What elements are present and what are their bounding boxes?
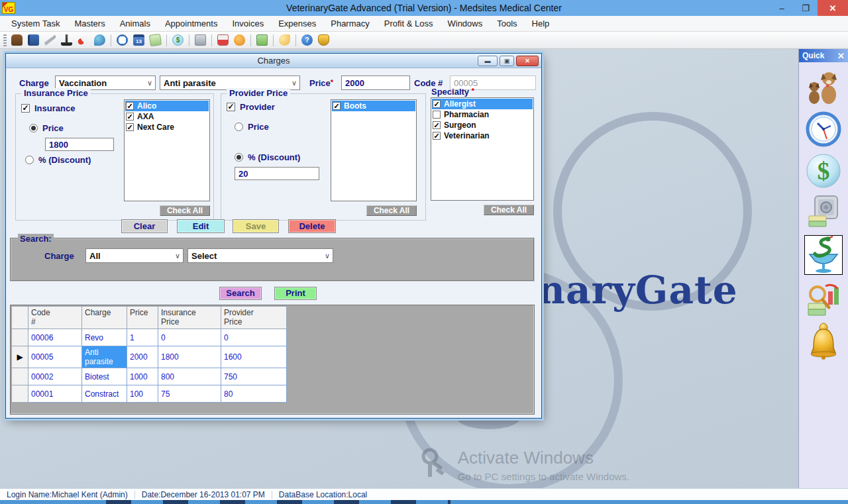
cell-insurance[interactable]: 0 [158,329,221,346]
insurance-price-radio[interactable]: Price [29,123,64,133]
cell-insurance[interactable]: 1800 [158,346,221,368]
provider-discount-radio[interactable]: % (Discount) [235,152,300,162]
provider-checkbox[interactable]: ✓ Provider [227,102,275,112]
purse-icon[interactable] [234,34,245,46]
menu-help[interactable]: Help [525,16,557,31]
dialog-minimize-button[interactable]: ▬ [478,56,498,66]
windows-icon[interactable] [279,34,290,46]
cell-price[interactable]: 2000 [127,346,158,368]
col-charge[interactable]: Charge [82,307,127,329]
cell-charge[interactable]: Constract [82,385,127,403]
insurance-discount-radio[interactable]: % (Discount) [25,155,91,165]
insurance-price-input[interactable] [45,138,114,151]
provider-check-all-button[interactable]: Check All [366,205,417,216]
cell-price[interactable]: 100 [127,385,158,403]
col-price[interactable]: Price [127,307,158,329]
menu-pharmacy[interactable]: Pharmacy [323,16,377,31]
provider-price-radio[interactable]: Price [235,122,269,132]
instrument-stand-icon[interactable] [61,34,72,46]
calendar-icon[interactable]: 13 [133,34,144,46]
reports-analysis-icon[interactable] [804,281,843,317]
cell-code[interactable]: 00001 [28,385,82,403]
clock-icon[interactable] [117,34,128,46]
list-item-axa[interactable]: ✓ AXA [125,111,209,122]
table-row[interactable]: 00002 Biotest 1000 800 750 [12,368,287,385]
menu-tools[interactable]: Tools [490,16,524,31]
menu-expenses[interactable]: Expenses [271,16,323,31]
menu-windows[interactable]: Windows [440,16,490,31]
checkbox-checked-icon[interactable]: ✓ [433,132,441,140]
invoice-note-icon[interactable] [149,34,162,46]
animals-dog-icon[interactable] [11,34,23,46]
dialog-titlebar[interactable]: Charges ▬ ▣ ✕ [6,54,541,68]
search-filter-dropdown[interactable]: All ∨ [85,248,184,263]
cell-code[interactable]: 00005 [28,346,82,368]
cell-provider[interactable]: 1600 [221,346,287,368]
row-selector-arrow[interactable]: ▶ [12,346,28,368]
checkbox-checked-icon[interactable]: ✓ [126,113,134,121]
dialog-maximize-button[interactable]: ▣ [500,56,514,66]
restore-button[interactable]: ❐ [794,0,818,16]
menu-profit-loss[interactable]: Profit & Loss [377,16,441,31]
col-code[interactable]: Code # [28,307,82,329]
cell-charge[interactable]: Biotest [82,368,127,385]
list-item-boots[interactable]: ✓ Boots [332,101,415,111]
bird-icon[interactable] [94,34,105,46]
table-row-selected[interactable]: ▶ 00005 Anti parasite 2000 1800 1600 [12,346,287,368]
cell-price[interactable]: 1000 [127,368,158,385]
row-selector[interactable] [12,329,28,346]
list-item-next-care[interactable]: ✓ Next Care [125,122,209,132]
minimize-button[interactable]: – [770,0,794,16]
checkbox-checked-icon[interactable]: ✓ [333,102,341,110]
list-item-veterinarian[interactable]: ✓ Veterinarian [432,130,533,141]
menu-animals[interactable]: Animals [113,16,158,31]
expenses-box-icon[interactable] [195,34,206,46]
contacts-book-icon[interactable] [28,34,39,46]
billing-dollar-icon[interactable]: $ [804,153,843,189]
reminder-lamp-icon[interactable] [318,34,329,46]
reminder-bell-icon[interactable] [804,323,843,361]
row-selector[interactable] [12,385,28,403]
quick-close-icon[interactable]: ✕ [837,51,845,61]
menu-masters[interactable]: Masters [67,16,112,31]
delete-button[interactable]: Delete [288,219,336,233]
table-row[interactable]: 00006 Revo 1 0 0 [12,329,287,346]
edit-button[interactable]: Edit [177,219,225,233]
cell-code[interactable]: 00002 [28,368,82,385]
cell-price[interactable]: 1 [127,329,158,346]
search-button[interactable]: Search [219,287,262,300]
pharmacy-bowl-icon[interactable] [804,235,843,275]
row-selector[interactable] [12,368,28,385]
list-item-pharmacian[interactable]: Pharmacian [432,109,533,120]
cell-provider[interactable]: 0 [221,329,287,346]
insurance-check-all-button[interactable]: Check All [160,205,210,216]
list-item-surgeon[interactable]: ✓ Surgeon [432,120,533,130]
cell-code[interactable]: 00006 [28,329,82,346]
insurance-checkbox[interactable]: ✓ Insurance [21,103,75,113]
pets-dogs-icon[interactable] [804,68,843,105]
list-item-alico[interactable]: ✓ Alico [125,101,209,111]
cell-charge-selected[interactable]: Anti parasite [82,346,127,368]
col-insurance-price[interactable]: Insurance Price [158,307,221,329]
print-button[interactable]: Print [274,287,317,300]
signature-icon[interactable] [44,34,56,46]
pharmacy-bag-icon[interactable] [217,34,229,46]
save-button[interactable]: Save [233,219,279,233]
dollar-coin-icon[interactable]: $ [172,34,184,46]
checkbox-checked-icon[interactable]: ✓ [126,102,134,110]
cell-insurance[interactable]: 75 [158,385,221,403]
cell-provider[interactable]: 80 [221,385,287,403]
col-provider-price[interactable]: Provider Price [221,307,287,329]
close-button[interactable]: ✕ [818,0,848,16]
specialty-check-all-button[interactable]: Check All [484,205,534,215]
search-select-dropdown[interactable]: Select ∨ [187,248,333,263]
cell-provider[interactable]: 750 [221,368,287,385]
cash-safe-icon[interactable] [804,195,843,229]
price-input[interactable] [341,76,410,90]
appointments-clock-icon[interactable] [804,111,843,147]
menu-appointments[interactable]: Appointments [158,16,225,31]
dialog-close-button[interactable]: ✕ [516,56,539,66]
profit-chart-icon[interactable] [256,34,268,46]
menu-invoices[interactable]: Invoices [225,16,271,31]
checkbox-unchecked-icon[interactable] [433,111,441,119]
